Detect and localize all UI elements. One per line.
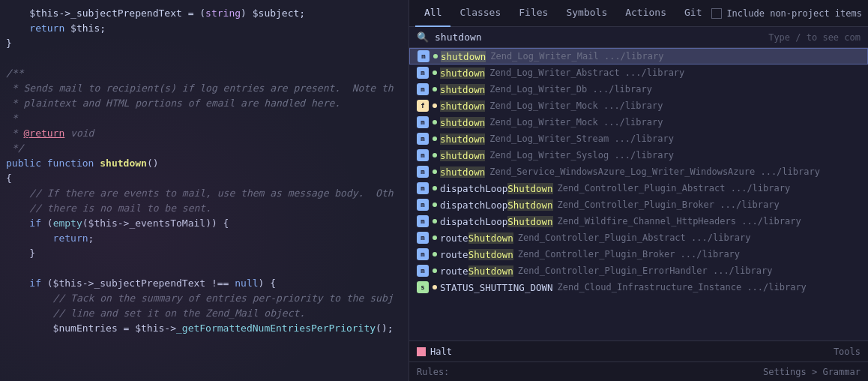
code-line: {	[0, 171, 409, 186]
result-path: Zend_Wildfire_Channel_HttpHeaders .../li…	[558, 216, 801, 226]
code-line: // Tack on the summary of entries per-pr…	[0, 291, 409, 306]
code-line: /**	[0, 66, 409, 81]
result-item[interactable]: m routeShutdown Zend_Controller_Plugin_E…	[409, 262, 868, 279]
result-name: routeShutdown	[440, 249, 513, 260]
result-path: Zend_Log_Writer_Syslog .../library	[489, 150, 674, 160]
result-path: Zend_Log_Writer_Stream .../library	[489, 134, 674, 144]
code-line: if (empty($this->_eventsToMail)) {	[0, 216, 409, 231]
result-name: routeShutdown	[440, 232, 513, 244]
result-name: dispatchLoopShutdown	[440, 216, 553, 227]
result-path: Zend_Controller_Plugin_Abstract .../libr…	[558, 183, 791, 194]
search-input[interactable]: shutdown	[435, 32, 762, 43]
tab-actions[interactable]: Actions	[616, 0, 675, 27]
result-type-icon: m	[417, 182, 429, 194]
code-line: if ($this->_subjectPrependText !== null)…	[0, 276, 409, 291]
result-item[interactable]: m shutdown Zend_Log_Writer_Abstract .../…	[409, 64, 868, 81]
tab-files[interactable]: Files	[510, 0, 557, 27]
result-path: Zend_Controller_Plugin_Broker .../librar…	[518, 249, 740, 260]
result-status-dot	[433, 186, 437, 190]
halt-icon	[417, 347, 426, 356]
search-hint: Type / to see com	[768, 32, 861, 43]
result-item[interactable]: m shutdown Zend_Log_Writer_Mail .../libr…	[409, 48, 868, 64]
code-line: public function shutdown()	[0, 156, 409, 171]
tabs-bar: All Classes Files Symbols Actions Git In…	[409, 0, 868, 27]
tab-symbols[interactable]: Symbols	[557, 0, 616, 27]
result-name: dispatchLoopShutdown	[440, 200, 553, 211]
result-item[interactable]: m shutdown Zend_Service_WindowsAzure_Log…	[409, 164, 868, 180]
result-type-icon: m	[417, 149, 429, 161]
result-path: Zend_Log_Writer_Mock .../library	[489, 100, 663, 111]
result-type-icon: s	[417, 281, 429, 293]
result-name: shutdown	[440, 134, 485, 145]
result-name: shutdown	[440, 117, 485, 128]
result-status-dot	[433, 104, 437, 108]
code-line: $this->_subjectPrependText = (string) $s…	[0, 6, 409, 21]
result-name: shutdown	[440, 166, 485, 178]
tab-classes[interactable]: Classes	[450, 0, 510, 27]
result-item[interactable]: m shutdown Zend_Log_Writer_Stream .../li…	[409, 130, 868, 147]
code-line: return $this;	[0, 21, 409, 36]
code-editor: $this->_subjectPrependText = (string) $s…	[0, 0, 409, 381]
halt-section: Halt	[417, 346, 452, 357]
result-name: routeShutdown	[440, 266, 513, 277]
code-line: }	[0, 36, 409, 51]
search-icon: 🔍	[417, 32, 429, 43]
tab-git[interactable]: Git	[675, 0, 711, 27]
result-type-icon: m	[417, 215, 429, 227]
result-path: Zend_Log_Writer_Abstract .../library	[489, 68, 684, 78]
result-path: Zend_Controller_Plugin_Abstract .../libr…	[518, 232, 751, 243]
result-status-dot	[433, 120, 437, 124]
result-item[interactable]: m dispatchLoopShutdown Zend_Wildfire_Cha…	[409, 213, 868, 230]
result-item[interactable]: m routeShutdown Zend_Controller_Plugin_B…	[409, 246, 868, 262]
result-name: dispatchLoopShutdown	[440, 183, 553, 194]
result-type-icon: m	[417, 232, 429, 244]
result-status-dot	[433, 268, 437, 273]
result-type-icon: f	[417, 100, 429, 112]
code-line: $numEntries = $this->_getFormattedNumEnt…	[0, 321, 409, 336]
result-type-icon: m	[418, 50, 430, 62]
result-type-icon: m	[417, 199, 429, 211]
code-line: }	[0, 246, 409, 261]
result-name: shutdown	[440, 68, 485, 79]
code-line: * @return void	[0, 126, 409, 141]
code-line: // If there are events to mail, use them…	[0, 186, 409, 201]
result-type-icon: m	[417, 133, 429, 145]
result-item[interactable]: m shutdown Zend_Log_Writer_Db .../librar…	[409, 81, 868, 98]
result-name: shutdown	[440, 84, 485, 95]
code-line: return;	[0, 231, 409, 246]
result-status-dot	[433, 70, 437, 75]
footer-halt-bar: Halt Tools	[409, 340, 868, 362]
code-line: * Sends mail to recipient(s) if log entr…	[0, 81, 409, 96]
tools-label: Tools	[834, 346, 861, 357]
include-non-project-wrapper: Include non-project items	[711, 8, 862, 19]
result-status-dot	[433, 202, 437, 207]
result-type-icon: m	[417, 83, 429, 95]
result-path: Zend_Controller_Plugin_ErrorHandler .../…	[518, 266, 773, 276]
footer-rules-bar: Rules: Settings > Grammar	[409, 362, 868, 381]
result-status-dot	[433, 285, 437, 290]
include-non-project-checkbox[interactable]	[711, 8, 722, 19]
result-item[interactable]: f shutdown Zend_Log_Writer_Mock .../libr…	[409, 98, 868, 114]
results-list[interactable]: m shutdown Zend_Log_Writer_Mail .../libr…	[409, 48, 868, 340]
result-status-dot	[433, 153, 437, 158]
result-item[interactable]: m shutdown Zend_Log_Writer_Syslog .../li…	[409, 147, 868, 164]
result-path: Zend_Controller_Plugin_Broker .../librar…	[558, 200, 780, 210]
result-status-dot	[433, 136, 437, 141]
code-line	[0, 261, 409, 276]
result-item[interactable]: m routeShutdown Zend_Controller_Plugin_A…	[409, 230, 868, 246]
code-line	[0, 51, 409, 66]
include-non-project-label: Include non-project items	[726, 8, 862, 19]
result-name: STATUS_SHUTTING_DOWN	[440, 282, 553, 293]
result-item[interactable]: s STATUS_SHUTTING_DOWN Zend_Cloud_Infras…	[409, 279, 868, 296]
result-item[interactable]: m dispatchLoopShutdown Zend_Controller_P…	[409, 196, 868, 213]
result-name: shutdown	[441, 51, 486, 62]
tab-all[interactable]: All	[415, 0, 450, 27]
result-item[interactable]: m shutdown Zend_Log_Writer_Mock .../libr…	[409, 114, 868, 130]
halt-label: Halt	[430, 346, 452, 357]
result-status-dot	[433, 170, 437, 174]
result-type-icon: m	[417, 166, 429, 178]
result-status-dot	[433, 252, 437, 256]
rules-label: Rules:	[417, 367, 449, 377]
code-line: *	[0, 111, 409, 126]
result-item[interactable]: m dispatchLoopShutdown Zend_Controller_P…	[409, 180, 868, 196]
